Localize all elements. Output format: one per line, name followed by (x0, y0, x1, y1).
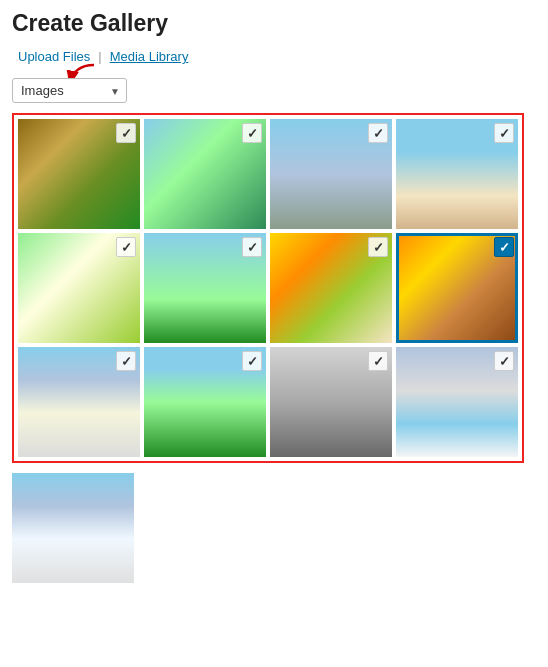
gallery-grid: ✓✓✓✓✓✓✓✓✓✓✓✓ (18, 119, 518, 457)
gallery-item-10[interactable]: ✓ (144, 347, 266, 457)
checkmark-11[interactable]: ✓ (368, 351, 388, 371)
checkmark-4[interactable]: ✓ (494, 123, 514, 143)
gallery-item-8[interactable]: ✓ (396, 233, 518, 343)
gallery-item-2[interactable]: ✓ (144, 119, 266, 229)
checkmark-3[interactable]: ✓ (368, 123, 388, 143)
gallery-item-1[interactable]: ✓ (18, 119, 140, 229)
checkmark-9[interactable]: ✓ (116, 351, 136, 371)
gallery-container: ✓✓✓✓✓✓✓✓✓✓✓✓ (12, 113, 524, 463)
gallery-item-9[interactable]: ✓ (18, 347, 140, 457)
checkmark-2[interactable]: ✓ (242, 123, 262, 143)
checkmark-8[interactable]: ✓ (494, 237, 514, 257)
filter-select-wrapper: Images Videos Audio All Media (12, 78, 127, 103)
checkmark-5[interactable]: ✓ (116, 237, 136, 257)
below-grid (12, 473, 134, 583)
gallery-item-3[interactable]: ✓ (270, 119, 392, 229)
checkmark-12[interactable]: ✓ (494, 351, 514, 371)
tab-media-library[interactable]: Media Library (104, 45, 195, 68)
checkmark-7[interactable]: ✓ (368, 237, 388, 257)
filter-row: Images Videos Audio All Media (12, 78, 536, 103)
gallery-item-7[interactable]: ✓ (270, 233, 392, 343)
gallery-item-12[interactable]: ✓ (396, 347, 518, 457)
gallery-item-below[interactable] (12, 473, 134, 583)
filter-select[interactable]: Images Videos Audio All Media (12, 78, 127, 103)
gallery-item-11[interactable]: ✓ (270, 347, 392, 457)
gallery-item-5[interactable]: ✓ (18, 233, 140, 343)
gallery-item-6[interactable]: ✓ (144, 233, 266, 343)
gallery-item-4[interactable]: ✓ (396, 119, 518, 229)
tabs-bar: Upload Files | Media Library (12, 45, 536, 68)
page-title: Create Gallery (12, 10, 536, 37)
checkmark-1[interactable]: ✓ (116, 123, 136, 143)
checkmark-10[interactable]: ✓ (242, 351, 262, 371)
checkmark-6[interactable]: ✓ (242, 237, 262, 257)
